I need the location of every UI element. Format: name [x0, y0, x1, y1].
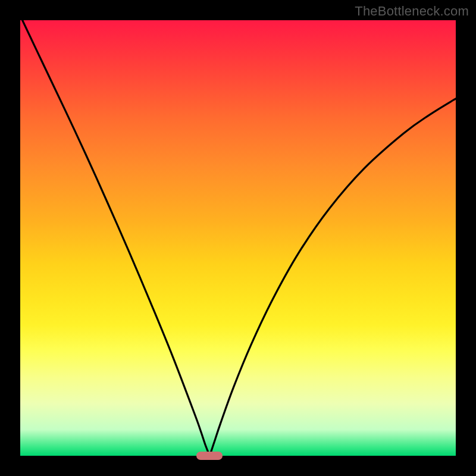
bottleneck-marker — [196, 452, 223, 460]
right-curve — [209, 99, 456, 456]
watermark-text: TheBottleneck.com — [355, 4, 469, 19]
plot-area — [20, 20, 456, 456]
left-curve — [23, 20, 210, 456]
chart-frame: TheBottleneck.com — [0, 0, 476, 476]
curves-layer — [20, 20, 456, 456]
